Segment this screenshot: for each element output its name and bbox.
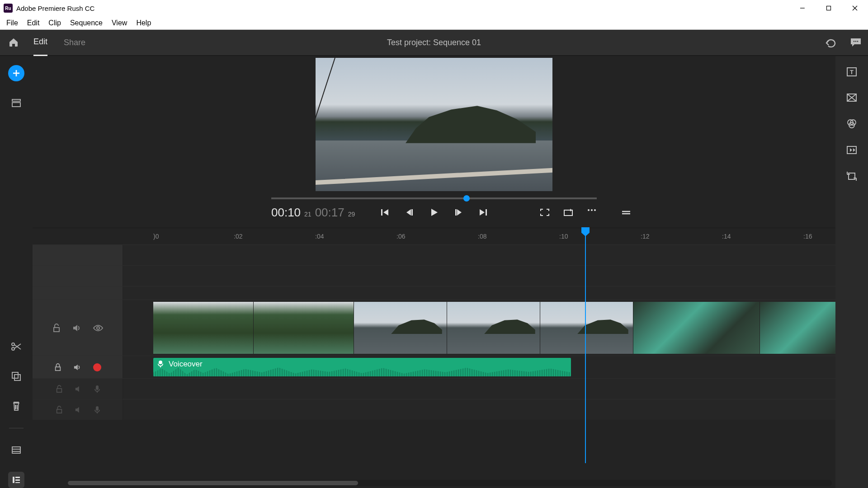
svg-point-31 — [594, 209, 596, 211]
record-button[interactable] — [93, 363, 101, 371]
svg-rect-21 — [15, 477, 20, 478]
svg-rect-38 — [57, 389, 61, 392]
transform-panel-button[interactable] — [846, 171, 857, 182]
preview-scrubber[interactable] — [271, 197, 597, 199]
app-icon: Ru — [4, 4, 13, 13]
scrubber-handle[interactable] — [463, 195, 470, 202]
home-button[interactable] — [6, 35, 21, 50]
maximize-button[interactable] — [816, 0, 842, 16]
go-start-button[interactable] — [380, 208, 389, 217]
time-ruler[interactable]: )0 :02 :04 :06 :08 :10 :12 :14 :16 — [123, 228, 835, 244]
more-options-button[interactable] — [587, 208, 597, 216]
go-end-button[interactable] — [479, 208, 488, 217]
menu-clip[interactable]: Clip — [44, 17, 66, 29]
video-track-3 — [33, 265, 835, 286]
current-frames: 21 — [304, 211, 311, 218]
video-track-body[interactable] — [123, 300, 835, 356]
svg-rect-22 — [15, 479, 20, 481]
ruler-mark: :02 — [234, 233, 242, 240]
scrollbar-thumb[interactable] — [68, 481, 358, 485]
svg-point-6 — [857, 41, 859, 42]
playhead[interactable] — [585, 228, 586, 463]
tab-edit[interactable]: Edit — [33, 29, 47, 56]
total-frames: 29 — [348, 211, 355, 218]
speed-panel-button[interactable] — [846, 145, 857, 155]
visibility-icon[interactable] — [93, 325, 103, 331]
svg-rect-13 — [12, 372, 18, 378]
play-button[interactable] — [429, 207, 439, 217]
lock-icon[interactable] — [56, 406, 63, 414]
split-clip-button[interactable] — [8, 338, 24, 355]
minimize-button[interactable] — [789, 0, 816, 16]
video-clip-1[interactable] — [153, 302, 354, 354]
step-back-button[interactable] — [405, 208, 414, 217]
ruler-mark: :08 — [478, 233, 486, 240]
svg-rect-40 — [57, 409, 61, 413]
ruler-mark: :06 — [396, 233, 405, 240]
voiceover-icon — [157, 360, 164, 368]
svg-rect-20 — [13, 477, 14, 483]
svg-rect-17 — [12, 447, 20, 453]
tab-share[interactable]: Share — [64, 30, 85, 56]
delete-button[interactable] — [8, 398, 24, 414]
video-clip-3[interactable] — [633, 302, 835, 354]
ruler-mark: )0 — [153, 233, 159, 240]
video-track-1 — [33, 300, 835, 356]
lock-icon[interactable] — [54, 363, 61, 371]
transport-controls: 00:10 21 00:17 29 — [271, 207, 597, 217]
duplicate-button[interactable] — [8, 368, 24, 385]
ruler-mark: :04 — [315, 233, 324, 240]
svg-point-11 — [12, 343, 14, 346]
video-track-2 — [33, 286, 835, 300]
mic-icon[interactable] — [94, 385, 100, 393]
close-button[interactable] — [842, 0, 868, 16]
expand-tracks-button[interactable] — [8, 442, 24, 458]
timeline-options-button[interactable] — [621, 210, 631, 215]
left-toolbar — [0, 56, 33, 488]
transitions-panel-button[interactable] — [846, 93, 857, 102]
timeline-scrollbar[interactable] — [68, 480, 832, 486]
titles-panel-button[interactable]: T — [846, 67, 857, 77]
video-clip-2-selected[interactable] — [354, 302, 633, 354]
mute-icon[interactable] — [72, 324, 81, 332]
fullscreen-button[interactable] — [540, 208, 550, 216]
current-time: 00:10 — [271, 206, 301, 220]
editor-center: 00:10 21 00:17 29 — [33, 56, 835, 488]
svg-point-5 — [855, 41, 857, 42]
window-titlebar: Ru Adobe Premiere Rush CC — [0, 0, 868, 16]
menu-bar: File Edit Clip Sequence View Help — [0, 16, 868, 30]
audio-track-body[interactable]: Voiceover — [123, 356, 835, 378]
ruler-mark: :14 — [722, 233, 731, 240]
audio-clip-label: Voiceover — [169, 360, 203, 369]
add-media-button[interactable] — [8, 65, 24, 81]
mute-icon[interactable] — [75, 385, 83, 393]
video-preview[interactable] — [316, 58, 552, 191]
feedback-button[interactable] — [850, 38, 862, 47]
lock-icon[interactable] — [56, 385, 63, 393]
svg-rect-27 — [486, 209, 487, 216]
voiceover-clip[interactable]: Voiceover — [153, 358, 571, 376]
step-forward-button[interactable] — [454, 208, 463, 217]
svg-point-37 — [159, 361, 162, 364]
svg-rect-39 — [96, 385, 99, 390]
mute-icon[interactable] — [73, 364, 81, 371]
color-panel-button[interactable] — [846, 118, 857, 129]
control-tracks-button[interactable] — [8, 472, 24, 488]
svg-point-29 — [588, 209, 590, 211]
svg-rect-28 — [564, 210, 572, 216]
svg-rect-1 — [827, 6, 831, 10]
menu-view[interactable]: View — [107, 17, 132, 29]
menu-edit[interactable]: Edit — [23, 17, 44, 29]
project-panel-button[interactable] — [8, 95, 24, 111]
mute-icon[interactable] — [75, 406, 83, 413]
menu-file[interactable]: File — [2, 17, 23, 29]
audio-track-2 — [33, 378, 835, 399]
menu-help[interactable]: Help — [132, 17, 156, 29]
undo-button[interactable] — [825, 38, 837, 47]
mic-icon[interactable] — [94, 406, 100, 414]
total-time: 00:17 — [315, 206, 344, 220]
loop-button[interactable] — [563, 208, 573, 216]
timeline: )0 :02 :04 :06 :08 :10 :12 :14 :16 — [33, 228, 835, 488]
menu-sequence[interactable]: Sequence — [66, 17, 107, 29]
lock-icon[interactable] — [52, 324, 61, 333]
